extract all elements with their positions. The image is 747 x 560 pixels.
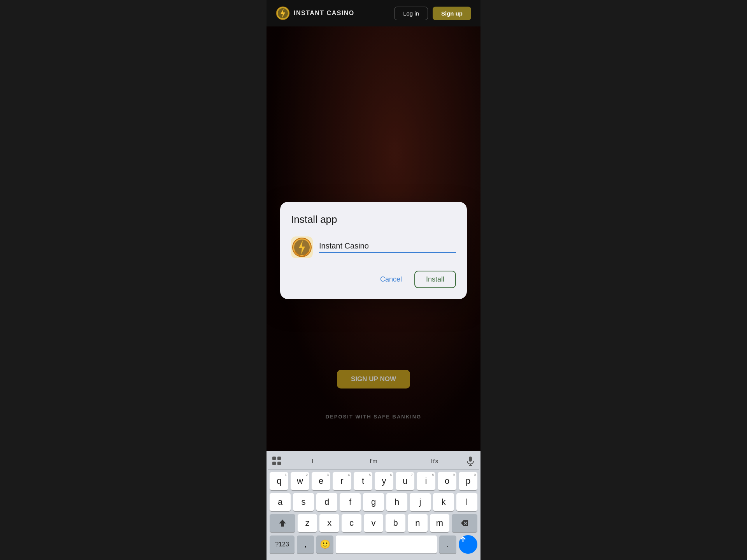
keyboard-suggestions: I I'm It's <box>268 454 479 470</box>
key-b[interactable]: b <box>386 514 405 532</box>
install-button[interactable]: Install <box>414 271 456 288</box>
brand: INSTANT CASINO <box>276 6 354 20</box>
key-c[interactable]: c <box>342 514 361 532</box>
svg-marker-15 <box>279 520 286 527</box>
key-z[interactable]: z <box>298 514 317 532</box>
key-period[interactable]: . <box>439 536 456 553</box>
keyboard-area: I I'm It's q1 w2 e3 r4 t5 y6 u7 i8 o9 <box>267 451 480 560</box>
install-app-dialog: Install app Cancel Install <box>280 202 467 299</box>
dialog-title: Install app <box>291 214 456 226</box>
key-s[interactable]: s <box>293 493 314 511</box>
key-l[interactable]: l <box>456 493 477 511</box>
suggestion-im[interactable]: I'm <box>343 456 404 466</box>
key-x[interactable]: x <box>319 514 339 532</box>
keyboard-grid-icon[interactable] <box>271 455 282 466</box>
svg-rect-8 <box>272 457 276 460</box>
key-r[interactable]: r4 <box>333 472 351 490</box>
dialog-actions: Cancel Install <box>291 271 456 288</box>
key-o[interactable]: o9 <box>438 472 456 490</box>
key-a[interactable]: a <box>270 493 291 511</box>
bg-content: Sign up now DEPOSIT WITH SAFE BANKING In… <box>267 26 480 451</box>
key-return[interactable] <box>459 535 477 554</box>
keyboard-row-2: a s d f g h j k l <box>268 493 479 511</box>
dialog-app-row <box>291 236 456 258</box>
app-name-input[interactable] <box>319 242 456 253</box>
nav-buttons: Log in Sign up <box>394 7 471 20</box>
key-p[interactable]: p0 <box>459 472 477 490</box>
key-q[interactable]: q1 <box>270 472 288 490</box>
key-i[interactable]: i8 <box>417 472 435 490</box>
key-y[interactable]: y6 <box>375 472 393 490</box>
login-button[interactable]: Log in <box>394 7 428 20</box>
dialog-overlay: Install app Cancel Install <box>267 26 480 451</box>
key-n[interactable]: n <box>408 514 428 532</box>
keyboard-row-4: ?123 , 🙂 . <box>268 535 479 554</box>
key-emoji[interactable]: 🙂 <box>316 536 333 553</box>
key-w[interactable]: w2 <box>291 472 309 490</box>
app-icon <box>291 236 313 258</box>
svg-rect-9 <box>277 457 281 460</box>
suggestion-i[interactable]: I <box>282 456 343 466</box>
suggestion-its[interactable]: It's <box>404 456 465 466</box>
phone-container: INSTANT CASINO Log in Sign up Sign up no… <box>267 0 480 560</box>
key-j[interactable]: j <box>410 493 431 511</box>
key-e[interactable]: e3 <box>312 472 330 490</box>
svg-rect-10 <box>272 462 276 465</box>
keyboard-mic-icon[interactable] <box>465 455 476 466</box>
key-k[interactable]: k <box>433 493 454 511</box>
key-backspace[interactable] <box>452 514 477 532</box>
navbar: INSTANT CASINO Log in Sign up <box>267 0 480 26</box>
keyboard-row-1: q1 w2 e3 r4 t5 y6 u7 i8 o9 p0 <box>268 472 479 490</box>
brand-name: INSTANT CASINO <box>294 10 354 17</box>
key-t[interactable]: t5 <box>354 472 372 490</box>
svg-rect-11 <box>277 462 281 465</box>
signup-button[interactable]: Sign up <box>433 7 471 20</box>
key-u[interactable]: u7 <box>396 472 414 490</box>
key-num[interactable]: ?123 <box>270 536 295 553</box>
key-m[interactable]: m <box>430 514 450 532</box>
brand-icon <box>276 6 290 20</box>
key-g[interactable]: g <box>363 493 384 511</box>
key-space[interactable] <box>336 536 437 553</box>
svg-rect-12 <box>469 457 472 462</box>
key-d[interactable]: d <box>316 493 337 511</box>
key-f[interactable]: f <box>340 493 361 511</box>
key-v[interactable]: v <box>364 514 384 532</box>
key-comma[interactable]: , <box>297 536 314 553</box>
keyboard-row-3: z x c v b n m <box>268 514 479 532</box>
key-shift[interactable] <box>270 514 295 532</box>
key-h[interactable]: h <box>386 493 407 511</box>
cancel-button[interactable]: Cancel <box>374 272 408 287</box>
